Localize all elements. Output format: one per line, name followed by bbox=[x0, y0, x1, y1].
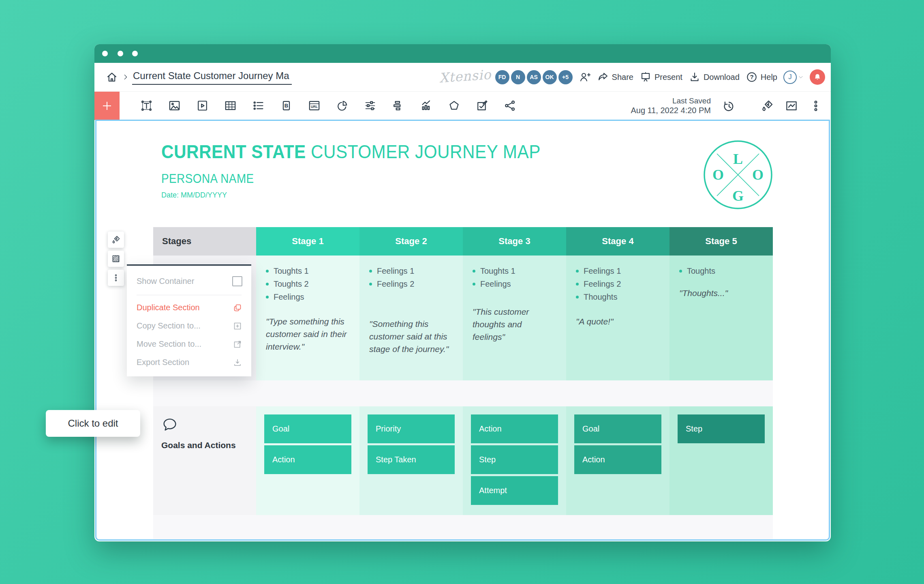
help-label: Help bbox=[761, 73, 777, 82]
avatar[interactable]: N bbox=[511, 70, 525, 84]
stage-5-header[interactable]: Stage 5 bbox=[669, 227, 773, 256]
section-style-button[interactable] bbox=[108, 232, 124, 248]
stage-2-actions: Priority Step Taken bbox=[359, 406, 463, 515]
button-module-icon[interactable]: B bbox=[280, 99, 293, 112]
stage-1-cell[interactable]: Toughts 1 Toughts 2 Feelings "Type somet… bbox=[256, 256, 359, 380]
bell-icon bbox=[813, 73, 822, 82]
embed-module-icon[interactable] bbox=[503, 99, 517, 112]
present-label: Present bbox=[654, 73, 682, 82]
image-module-icon[interactable] bbox=[168, 99, 181, 112]
stage-quote: "Thoughts..." bbox=[679, 287, 762, 299]
list-item: Toughts 2 bbox=[266, 279, 349, 289]
action-button[interactable]: Priority bbox=[368, 414, 455, 443]
analytics-icon[interactable] bbox=[785, 99, 798, 113]
avatar[interactable]: FD bbox=[495, 70, 509, 84]
show-container-checkbox[interactable] bbox=[232, 276, 242, 286]
more-options-icon[interactable] bbox=[809, 99, 823, 113]
chart-module-icon[interactable] bbox=[419, 99, 433, 112]
document-heading[interactable]: CURRENT STATE CUSTOMER JOURNEY MAP PERSO… bbox=[161, 140, 583, 200]
copy-to-icon bbox=[233, 321, 242, 331]
list-item: Feelings 1 bbox=[369, 266, 452, 276]
action-button[interactable]: Goal bbox=[574, 414, 661, 443]
list-item: Toughts 1 bbox=[266, 266, 349, 276]
list-item: Thoughts bbox=[576, 292, 659, 302]
goals-actions-label-cell[interactable]: Goals and Actions bbox=[153, 406, 256, 515]
goals-actions-row: Goals and Actions Goal Action Priority S… bbox=[153, 406, 773, 515]
stage-5-cell[interactable]: Toughts "Thoughts..." bbox=[669, 256, 773, 380]
action-button[interactable]: Action bbox=[264, 445, 351, 474]
action-button[interactable]: Attempt bbox=[471, 476, 558, 505]
share-button[interactable]: Share bbox=[597, 71, 633, 83]
persona-name[interactable]: PERSONA NAME bbox=[161, 172, 541, 186]
url-module-icon[interactable]: URL bbox=[308, 99, 321, 112]
form-module-icon[interactable] bbox=[475, 99, 489, 112]
stage-4-header[interactable]: Stage 4 bbox=[566, 227, 669, 256]
breadcrumb-separator-icon bbox=[122, 74, 129, 80]
add-module-button[interactable] bbox=[94, 92, 120, 120]
stages-row-label[interactable]: Stages bbox=[153, 227, 256, 256]
share-label: Share bbox=[612, 73, 633, 82]
home-icon[interactable] bbox=[105, 71, 118, 84]
avatar-overflow-count[interactable]: +5 bbox=[558, 70, 573, 84]
help-button[interactable]: ? Help bbox=[746, 71, 777, 83]
click-to-edit-tooltip: Click to edit bbox=[46, 410, 140, 437]
user-menu[interactable]: J bbox=[783, 71, 804, 84]
section-options-button[interactable] bbox=[108, 270, 124, 286]
version-history-icon[interactable] bbox=[721, 99, 735, 113]
section-gap-bottom bbox=[153, 515, 773, 541]
window-control-maximize[interactable] bbox=[132, 51, 138, 56]
menu-item-duplicate-section[interactable]: Duplicate Section bbox=[127, 298, 251, 317]
notifications-button[interactable] bbox=[810, 69, 825, 85]
avatar[interactable]: AS bbox=[527, 70, 541, 84]
document-main-title[interactable]: CURRENT STATE CUSTOMER JOURNEY MAP bbox=[161, 140, 541, 163]
stage-3-cell[interactable]: Toughts 1 Feelings "This customer though… bbox=[463, 256, 566, 380]
action-button[interactable]: Action bbox=[574, 445, 661, 474]
stage-2-header[interactable]: Stage 2 bbox=[359, 227, 463, 256]
move-to-icon bbox=[233, 339, 242, 349]
plus-icon bbox=[101, 100, 113, 112]
list-item: Feelings 1 bbox=[576, 266, 659, 276]
list-item: Feelings 2 bbox=[576, 279, 659, 289]
stage-3-header[interactable]: Stage 3 bbox=[463, 227, 566, 256]
present-button[interactable]: Present bbox=[640, 71, 682, 83]
menu-item-export-section[interactable]: Export Section bbox=[127, 353, 251, 371]
list-item: Feelings bbox=[266, 292, 349, 302]
add-collaborator-icon[interactable] bbox=[579, 71, 591, 83]
menu-item-copy-section[interactable]: Copy Section to... bbox=[127, 317, 251, 335]
list-module-icon[interactable] bbox=[252, 99, 265, 112]
style-paint-icon[interactable] bbox=[760, 99, 774, 113]
window-control-minimize[interactable] bbox=[118, 51, 123, 56]
stage-2-cell[interactable]: Feelings 1 Feelings 2 "Something this cu… bbox=[359, 256, 463, 380]
action-button[interactable]: Action bbox=[471, 414, 558, 443]
action-button[interactable]: Step Taken bbox=[368, 445, 455, 474]
menu-item-show-container[interactable]: Show Container bbox=[127, 271, 251, 292]
bullet-dot bbox=[473, 283, 475, 286]
download-button[interactable]: Download bbox=[689, 71, 740, 83]
action-button[interactable]: Goal bbox=[264, 414, 351, 443]
bullet-dot bbox=[369, 283, 372, 286]
window-control-close[interactable] bbox=[102, 51, 108, 56]
text-module-icon[interactable] bbox=[140, 99, 153, 112]
bullet-dot bbox=[266, 283, 269, 286]
video-module-icon[interactable] bbox=[196, 99, 209, 112]
shape-module-icon[interactable] bbox=[447, 99, 461, 112]
action-button[interactable]: Step bbox=[678, 414, 765, 443]
document-title-field[interactable]: Current State Customer Journey Ma bbox=[132, 69, 292, 85]
pie-chart-module-icon[interactable] bbox=[336, 99, 349, 112]
document-date[interactable]: Date: MM/DD/YYYY bbox=[161, 191, 583, 200]
stage-4-cell[interactable]: Feelings 1 Feelings 2 Thoughts "A quote!… bbox=[566, 256, 669, 380]
placeholder-logo[interactable]: L O O G bbox=[702, 139, 774, 211]
sliders-module-icon[interactable] bbox=[364, 99, 377, 112]
last-saved-value: Aug 11, 2022 4:20 PM bbox=[631, 105, 711, 116]
bars-module-icon[interactable] bbox=[391, 99, 405, 112]
table-module-icon[interactable] bbox=[224, 99, 237, 112]
stage-1-header[interactable]: Stage 1 bbox=[256, 227, 359, 256]
action-button[interactable]: Step bbox=[471, 445, 558, 474]
insert-module-icons: B URL bbox=[140, 99, 517, 112]
goals-actions-label: Goals and Actions bbox=[161, 440, 248, 450]
avatar[interactable]: OK bbox=[543, 70, 557, 84]
menu-item-move-section[interactable]: Move Section to... bbox=[127, 335, 251, 353]
app-header: Current State Customer Journey Ma Xtensi… bbox=[94, 63, 831, 91]
section-background-button[interactable] bbox=[108, 251, 124, 267]
stages-header-row: Stages Stage 1 Stage 2 Stage 3 Stage 4 S… bbox=[153, 227, 773, 256]
